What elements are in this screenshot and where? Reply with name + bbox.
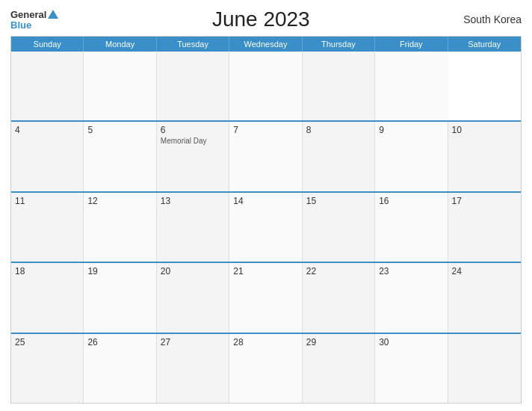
- month-title: June 2023: [58, 7, 463, 31]
- logo-triangle-icon: [48, 10, 58, 19]
- day-cell-18: 18: [11, 263, 84, 332]
- day-cell-20: 20: [157, 263, 229, 332]
- day-cell-9: 9: [375, 122, 448, 191]
- day-cell-3: [375, 52, 448, 120]
- day-cell-13: 13: [157, 193, 229, 262]
- week-row-2: 4 5 6 Memorial Day 7 8 9: [11, 120, 521, 191]
- day-cell-12: 12: [84, 193, 156, 262]
- day-cell-2: [303, 52, 375, 120]
- day-cell-10: 10: [448, 122, 521, 191]
- day-cell-26: 26: [84, 334, 156, 403]
- day-cell-15: 15: [303, 193, 375, 262]
- week-row-4: 18 19 20 21 22 23 24: [11, 262, 521, 332]
- header-saturday: Saturday: [448, 37, 521, 52]
- day-cell-28: 28: [229, 334, 302, 403]
- day-cell-14: 14: [229, 193, 302, 262]
- calendar-page: General Blue June 2023 South Korea Sunda…: [0, 0, 532, 411]
- day-cell-29: 29: [303, 334, 375, 403]
- week-row-3: 11 12 13 14 15 16 17: [11, 191, 521, 262]
- day-cell-16: 16: [375, 193, 448, 262]
- day-cell-empty: [84, 52, 156, 120]
- day-cell-empty-end: [448, 334, 521, 403]
- day-cell-1: [229, 52, 302, 120]
- logo-general-text: General: [10, 10, 46, 19]
- header: General Blue June 2023 South Korea: [10, 7, 522, 31]
- day-cell-22: 22: [303, 263, 375, 332]
- day-cell-6: 6 Memorial Day: [157, 122, 229, 191]
- logo-blue-text: Blue: [10, 20, 31, 30]
- day-cell-8: 8: [303, 122, 375, 191]
- weeks-container: 4 5 6 Memorial Day 7 8 9: [11, 52, 521, 403]
- day-cell-30: 30: [375, 334, 448, 403]
- day-cell-4: 4: [11, 122, 84, 191]
- day-headers-row: Sunday Monday Tuesday Wednesday Thursday…: [11, 37, 521, 52]
- header-wednesday: Wednesday: [229, 37, 302, 52]
- day-cell-7: 7: [229, 122, 302, 191]
- day-cell-23: 23: [375, 263, 448, 332]
- day-cell-21: 21: [229, 263, 302, 332]
- day-cell-5: 5: [84, 122, 156, 191]
- day-cell-25: 25: [11, 334, 84, 403]
- day-cell-19: 19: [84, 263, 156, 332]
- header-sunday: Sunday: [11, 37, 84, 52]
- header-friday: Friday: [375, 37, 448, 52]
- week-row-1: [11, 52, 521, 120]
- calendar-grid: Sunday Monday Tuesday Wednesday Thursday…: [10, 36, 522, 404]
- day-cell-17: 17: [448, 193, 521, 262]
- header-tuesday: Tuesday: [157, 37, 229, 52]
- country-label: South Korea: [463, 13, 522, 25]
- day-cell-empty: [157, 52, 229, 120]
- header-monday: Monday: [84, 37, 156, 52]
- header-thursday: Thursday: [303, 37, 375, 52]
- logo: General Blue: [10, 10, 58, 30]
- day-cell-11: 11: [11, 193, 84, 262]
- day-cell-24: 24: [448, 263, 521, 332]
- day-cell-27: 27: [157, 334, 229, 403]
- week-row-5: 25 26 27 28 29 30: [11, 333, 521, 403]
- day-cell-empty: [11, 52, 84, 120]
